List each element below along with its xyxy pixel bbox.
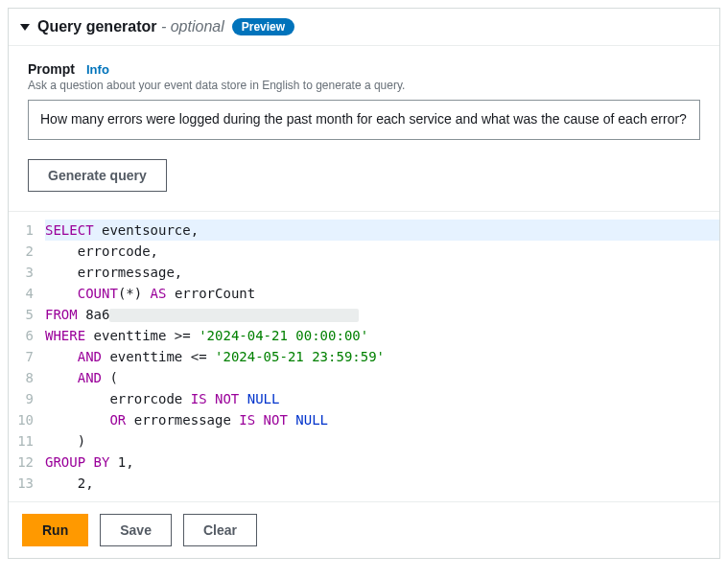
code-token: GROUP BY bbox=[45, 454, 109, 470]
code-token: '2024-04-21 00:00:00' bbox=[199, 328, 368, 343]
code-token: (*) bbox=[118, 286, 142, 301]
code-token: NULL bbox=[247, 391, 280, 406]
code-token: 2, bbox=[45, 475, 94, 491]
code-line[interactable]: errormessage, bbox=[45, 262, 719, 283]
redacted-span bbox=[109, 309, 359, 322]
save-button[interactable]: Save bbox=[100, 514, 172, 546]
code-token: WHERE bbox=[45, 328, 85, 343]
code-editor[interactable]: 12345678910111213 SELECT eventsource, er… bbox=[9, 212, 719, 501]
generate-query-button[interactable]: Generate query bbox=[28, 159, 167, 192]
code-token: IS NOT bbox=[191, 391, 240, 406]
code-token bbox=[45, 286, 78, 301]
code-token: errormessage, bbox=[45, 265, 182, 280]
code-line[interactable]: 2, bbox=[45, 473, 719, 494]
code-token: errorcode, bbox=[45, 243, 158, 259]
prompt-label-row: Prompt Info bbox=[28, 61, 700, 77]
line-number: 2 bbox=[9, 241, 34, 262]
line-number: 8 bbox=[9, 367, 34, 388]
optional-suffix: - optional bbox=[161, 18, 224, 35]
info-link[interactable]: Info bbox=[86, 62, 109, 77]
code-line[interactable]: OR errormessage IS NOT NULL bbox=[45, 409, 719, 430]
code-line[interactable]: errorcode, bbox=[45, 241, 719, 262]
prompt-section: Prompt Info Ask a question about your ev… bbox=[9, 46, 719, 212]
code-line[interactable]: FROM 8a6 bbox=[45, 304, 719, 325]
prompt-input[interactable]: How many errors were logged during the p… bbox=[28, 100, 700, 140]
line-number: 4 bbox=[9, 283, 34, 304]
panel-header: Query generator - optional Preview bbox=[9, 9, 719, 46]
code-token bbox=[239, 391, 247, 406]
code-token: '2024-05-21 23:59:59' bbox=[215, 349, 385, 364]
line-number: 6 bbox=[9, 325, 34, 346]
code-token: FROM bbox=[45, 307, 78, 322]
code-line[interactable]: SELECT eventsource, bbox=[45, 220, 719, 241]
code-token: ) bbox=[45, 433, 85, 449]
line-number: 7 bbox=[9, 346, 34, 367]
code-token: eventtime >= bbox=[85, 328, 199, 343]
code-token: AND bbox=[78, 349, 102, 364]
code-line[interactable]: WHERE eventtime >= '2024-04-21 00:00:00' bbox=[45, 325, 719, 346]
line-gutter: 12345678910111213 bbox=[9, 220, 41, 494]
code-token: errorcode bbox=[45, 391, 191, 406]
panel-title: Query generator - optional bbox=[37, 18, 224, 35]
clear-button[interactable]: Clear bbox=[183, 514, 257, 546]
code-line[interactable]: ) bbox=[45, 430, 719, 452]
code-line[interactable]: COUNT(*) AS errorCount bbox=[45, 283, 719, 304]
code-token: 8a6 bbox=[78, 307, 110, 322]
code-token: AND bbox=[78, 370, 102, 385]
code-line[interactable]: errorcode IS NOT NULL bbox=[45, 388, 719, 409]
preview-badge: Preview bbox=[232, 18, 294, 35]
line-number: 11 bbox=[9, 430, 34, 452]
title-text: Query generator bbox=[37, 18, 156, 35]
code-token: errorCount bbox=[166, 286, 255, 301]
code-token: 1, bbox=[109, 454, 133, 470]
code-token bbox=[45, 412, 109, 428]
line-number: 3 bbox=[9, 262, 34, 283]
line-number: 12 bbox=[9, 452, 34, 473]
code-token: IS NOT bbox=[239, 412, 288, 428]
code-token: errormessage bbox=[126, 412, 239, 428]
code-line[interactable]: GROUP BY 1, bbox=[45, 452, 719, 473]
code-token: eventtime <= bbox=[102, 349, 215, 364]
code-token bbox=[142, 286, 150, 301]
code-token: SELECT bbox=[45, 222, 94, 238]
code-line[interactable]: AND eventtime <= '2024-05-21 23:59:59' bbox=[45, 346, 719, 367]
code-token: OR bbox=[109, 412, 126, 428]
code-token: ( bbox=[102, 370, 118, 385]
code-content[interactable]: SELECT eventsource, errorcode, errormess… bbox=[41, 220, 719, 494]
line-number: 1 bbox=[9, 220, 34, 241]
code-token: eventsource, bbox=[94, 222, 200, 238]
code-token: NULL bbox=[295, 412, 328, 428]
line-number: 10 bbox=[9, 409, 34, 430]
query-generator-panel: Query generator - optional Preview Promp… bbox=[8, 8, 720, 559]
code-line[interactable]: AND ( bbox=[45, 367, 719, 388]
code-token: AS bbox=[151, 286, 167, 301]
line-number: 5 bbox=[9, 304, 34, 325]
line-number: 9 bbox=[9, 388, 34, 409]
code-token bbox=[45, 349, 78, 364]
code-token: COUNT bbox=[78, 286, 118, 301]
prompt-description: Ask a question about your event data sto… bbox=[28, 79, 700, 92]
prompt-label: Prompt bbox=[28, 61, 75, 77]
line-number: 13 bbox=[9, 473, 34, 494]
code-token bbox=[45, 370, 78, 385]
action-bar: Run Save Clear bbox=[9, 501, 719, 558]
collapse-icon[interactable] bbox=[20, 24, 30, 31]
run-button[interactable]: Run bbox=[22, 514, 88, 546]
